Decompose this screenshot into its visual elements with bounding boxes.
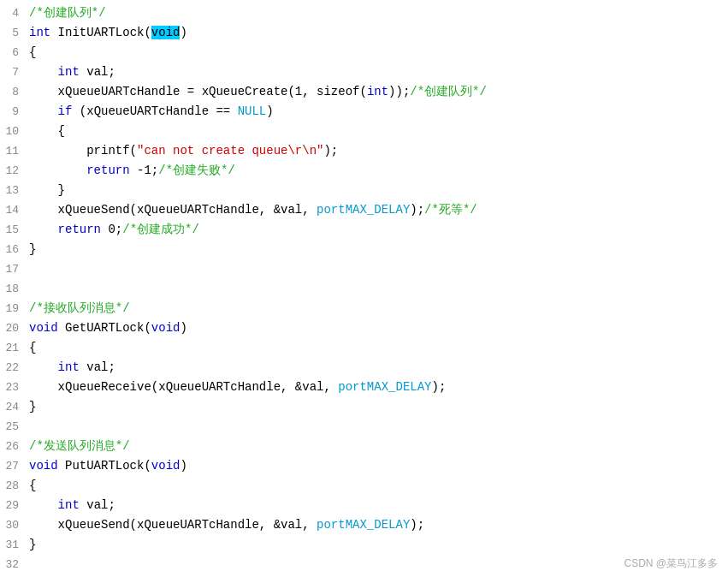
plain-text: ) bbox=[180, 459, 186, 473]
code-line: 5int InitUARTLock(void) bbox=[0, 23, 728, 43]
line-number: 6 bbox=[0, 44, 26, 62]
line-content: int val; bbox=[26, 62, 728, 81]
line-number: 27 bbox=[0, 457, 26, 476]
code-line: 22 int val; bbox=[0, 358, 728, 378]
macro: portMAX_DELAY bbox=[317, 518, 410, 532]
plain-text: -1; bbox=[130, 164, 159, 177]
line-number: 20 bbox=[0, 319, 26, 338]
plain-text bbox=[29, 498, 58, 512]
plain-text: } bbox=[29, 242, 36, 256]
line-number: 12 bbox=[0, 162, 26, 181]
plain-text bbox=[29, 65, 58, 79]
code-line: 15 return 0;/*创建成功*/ bbox=[0, 220, 728, 240]
plain-text: (xQueueUARTcHandle == bbox=[72, 104, 237, 118]
line-content: int InitUARTLock(void) bbox=[26, 23, 728, 42]
code-line: 30 xQueueSend(xQueueUARTcHandle, &val, p… bbox=[0, 515, 728, 535]
line-number: 18 bbox=[0, 280, 26, 299]
highlighted-token: void bbox=[151, 26, 181, 39]
line-number: 5 bbox=[0, 24, 26, 43]
code-line: 12 return -1;/*创建失败*/ bbox=[0, 161, 728, 181]
line-number: 21 bbox=[0, 339, 26, 358]
line-content: /*接收队列消息*/ bbox=[26, 299, 728, 318]
plain-text: ) bbox=[266, 104, 273, 118]
line-number: 7 bbox=[0, 63, 26, 82]
code-line: 23 xQueueReceive(xQueueUARTcHandle, &val… bbox=[0, 378, 728, 397]
code-line: 32 bbox=[0, 555, 728, 574]
plain-text bbox=[29, 164, 86, 177]
plain-text: InitUARTLock( bbox=[50, 26, 151, 39]
plain-text: ); bbox=[410, 518, 424, 532]
line-content bbox=[26, 417, 728, 436]
code-line: 10 { bbox=[0, 122, 728, 141]
line-number: 32 bbox=[0, 556, 26, 574]
code-line: 19/*接收队列消息*/ bbox=[0, 299, 728, 318]
plain-text: { bbox=[29, 124, 65, 138]
line-content: xQueueUARTcHandle = xQueueCreate(1, size… bbox=[26, 82, 728, 101]
plain-text bbox=[29, 360, 58, 374]
keyword: if bbox=[58, 104, 73, 118]
line-number: 31 bbox=[0, 536, 26, 555]
macro: portMAX_DELAY bbox=[317, 203, 410, 217]
plain-text: val; bbox=[80, 360, 115, 374]
code-line: 11 printf("can not create queue\r\n"); bbox=[0, 141, 728, 161]
line-content: int val; bbox=[26, 496, 728, 515]
keyword: void bbox=[151, 321, 181, 335]
string-literal: "can not create queue\r\n" bbox=[137, 144, 323, 158]
keyword: int bbox=[58, 65, 80, 79]
code-line: 18 bbox=[0, 279, 728, 299]
line-content bbox=[26, 279, 728, 298]
line-content: } bbox=[26, 397, 728, 416]
keyword: int bbox=[58, 498, 80, 512]
comment: /*发送队列消息*/ bbox=[29, 439, 130, 453]
line-content: { bbox=[26, 43, 728, 62]
line-content: } bbox=[26, 535, 728, 554]
line-number: 17 bbox=[0, 260, 26, 279]
keyword: void bbox=[29, 321, 58, 335]
plain-text: val; bbox=[80, 498, 115, 512]
code-line: 26/*发送队列消息*/ bbox=[0, 437, 728, 456]
code-line: 6{ bbox=[0, 43, 728, 62]
comment: /*创建队列*/ bbox=[410, 85, 487, 98]
macro: portMAX_DELAY bbox=[338, 380, 431, 394]
plain-text: } bbox=[29, 183, 65, 197]
comment: /*创建失败*/ bbox=[158, 164, 235, 177]
line-number: 9 bbox=[0, 103, 26, 122]
line-number: 11 bbox=[0, 142, 26, 161]
plain-text: xQueueReceive(xQueueUARTcHandle, &val, bbox=[29, 380, 338, 394]
plain-text: } bbox=[29, 538, 36, 551]
line-number: 4 bbox=[0, 4, 26, 23]
code-line: 29 int val; bbox=[0, 496, 728, 515]
keyword: return bbox=[58, 223, 101, 236]
line-content: { bbox=[26, 338, 728, 357]
line-number: 10 bbox=[0, 122, 26, 141]
code-line: 9 if (xQueueUARTcHandle == NULL) bbox=[0, 102, 728, 122]
line-content: /*创建队列*/ bbox=[26, 3, 728, 22]
plain-text: 0; bbox=[101, 223, 122, 236]
line-content: { bbox=[26, 122, 728, 140]
line-content: xQueueSend(xQueueUARTcHandle, &val, port… bbox=[26, 515, 728, 534]
code-line: 14 xQueueSend(xQueueUARTcHandle, &val, p… bbox=[0, 200, 728, 220]
line-content: } bbox=[26, 240, 728, 259]
keyword: int bbox=[367, 85, 388, 98]
plain-text: { bbox=[29, 479, 36, 492]
code-line: 31} bbox=[0, 535, 728, 555]
line-number: 16 bbox=[0, 241, 26, 259]
macro: NULL bbox=[238, 104, 267, 118]
code-line: 27void PutUARTLock(void) bbox=[0, 456, 728, 476]
code-line: 13 } bbox=[0, 181, 728, 200]
plain-text: ); bbox=[410, 203, 424, 217]
line-number: 28 bbox=[0, 477, 26, 496]
plain-text: val; bbox=[80, 65, 115, 79]
plain-text: { bbox=[29, 45, 36, 59]
keyword: int bbox=[29, 26, 50, 39]
line-number: 25 bbox=[0, 418, 26, 437]
plain-text: GetUARTLock( bbox=[58, 321, 151, 335]
plain-text: PutUARTLock( bbox=[58, 459, 151, 473]
plain-text: ) bbox=[180, 26, 186, 39]
code-line: 24} bbox=[0, 397, 728, 417]
line-number: 14 bbox=[0, 201, 26, 220]
line-number: 22 bbox=[0, 359, 26, 378]
line-number: 15 bbox=[0, 221, 26, 240]
code-editor: 4/*创建队列*/5int InitUARTLock(void)6{7 int … bbox=[0, 0, 728, 577]
plain-text: xQueueSend(xQueueUARTcHandle, &val, bbox=[29, 203, 317, 217]
